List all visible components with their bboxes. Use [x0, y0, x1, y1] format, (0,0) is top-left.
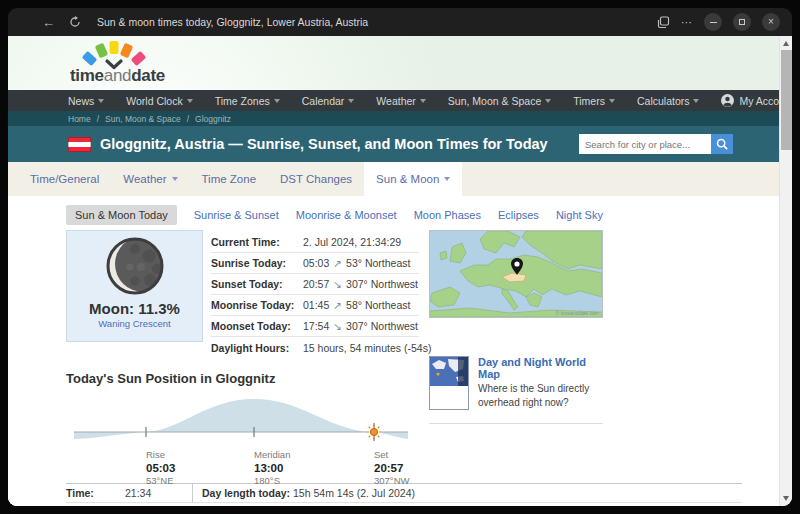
tab-sun-moon[interactable]: Sun & Moon — [364, 162, 462, 196]
day-length-value: 15h 54m 14s (2. Jul 2024) — [293, 487, 415, 499]
nav-calculators[interactable]: Calculators — [637, 95, 700, 107]
row-bearing: 58° Northeast — [346, 299, 410, 311]
user-icon — [721, 94, 734, 107]
clipped-row — [66, 502, 742, 506]
subtab-night-sky[interactable]: Night Sky — [556, 209, 603, 221]
breadcrumb-sep: / — [97, 114, 99, 124]
minimize-button[interactable] — [704, 13, 722, 31]
table-row: Moonset Today:17:54↘307° Northwest — [211, 316, 419, 337]
table-row: Moonrise Today:01:45↗58° Northeast — [211, 295, 419, 316]
nav-world-clock[interactable]: World Clock — [126, 95, 192, 107]
map-credit: © timeanddate.com — [556, 310, 599, 316]
back-icon[interactable]: ← — [42, 15, 55, 30]
search-input[interactable] — [579, 134, 711, 154]
subtab-moon-phases[interactable]: Moon Phases — [414, 209, 481, 221]
row-label: Moonrise Today: — [211, 299, 303, 311]
chevron-down-icon — [444, 177, 450, 181]
browser-titlebar: ← Sun & moon times today, Gloggnitz, Low… — [8, 8, 792, 36]
main-navbar: News World Clock Time Zones Calendar Wea… — [8, 90, 779, 111]
today-overview-row: Moon: 11.3% Waning Crescent Current Time… — [66, 230, 779, 358]
point-name: Set — [374, 449, 409, 461]
nav-news[interactable]: News — [68, 95, 104, 107]
row-time: 17:54 — [303, 320, 329, 332]
row-bearing: 53° Northeast — [346, 257, 410, 269]
nav-weather[interactable]: Weather — [376, 95, 426, 107]
chevron-down-icon — [348, 99, 354, 103]
point-time: 05:03 — [146, 461, 175, 475]
nav-label: World Clock — [126, 95, 182, 107]
point-name: Rise — [146, 449, 175, 461]
sun-disc — [370, 428, 377, 435]
chevron-down-icon — [98, 99, 104, 103]
tab-dst-changes[interactable]: DST Changes — [268, 162, 364, 196]
point-time: 13:00 — [254, 461, 290, 475]
subtab-moonrise-moonset[interactable]: Moonrise & Moonset — [296, 209, 397, 221]
point-direction: 180°S — [254, 475, 290, 487]
breadcrumb-sun-moon-space[interactable]: Sun, Moon & Space — [105, 114, 181, 124]
sun-position-heading: Today's Sun Position in Gloggnitz — [66, 371, 779, 386]
nav-time-zones[interactable]: Time Zones — [215, 95, 280, 107]
tab-label: DST Changes — [280, 173, 352, 185]
nav-label: Calculators — [637, 95, 690, 107]
scroll-down-icon[interactable] — [783, 496, 789, 501]
sun-position-labels: Rise 05:03 53°NE Meridian 13:00 180°S Se… — [74, 446, 408, 480]
moon-illumination: Moon: 11.3% — [67, 300, 202, 317]
site-search — [579, 134, 733, 154]
nav-timers[interactable]: Timers — [573, 95, 615, 107]
sun-moon-table: Current Time:2. Jul 2024, 21:34:29 Sunri… — [211, 232, 419, 358]
my-account-label: My Account — [739, 95, 779, 107]
chevron-down-icon — [693, 99, 699, 103]
reload-icon[interactable] — [69, 16, 81, 28]
scrollbar-thumb[interactable] — [781, 50, 792, 150]
scroll-up-icon[interactable] — [783, 41, 789, 46]
tab-label: Time Zone — [202, 173, 257, 185]
table-row: Sunrise Today:05:03↗53° Northeast — [211, 253, 419, 274]
maximize-button[interactable] — [733, 13, 751, 31]
timeanddate-logo[interactable]: timeanddate — [70, 40, 165, 86]
row-value: 20:57↘307° Northwest — [303, 278, 418, 290]
row-label: Current Time: — [211, 236, 303, 248]
my-account-menu[interactable]: My Account — [721, 94, 779, 107]
page-title-bar: Sun & moon times today, Gloggnitz, Lower… — [97, 16, 368, 28]
moon-phase-link[interactable]: Waning Crescent — [67, 318, 202, 329]
browser-viewport: timeanddate News World Clock Time Zones … — [8, 36, 792, 506]
day-night-map-thumbnail[interactable] — [429, 356, 469, 410]
sun-moon-subtabs: Sun & Moon Today Sunrise & Sunset Moonri… — [66, 196, 779, 225]
breadcrumb-gloggnitz: Gloggnitz — [195, 114, 231, 124]
tab-time-zone[interactable]: Time Zone — [190, 162, 269, 196]
tab-time-general[interactable]: Time/General — [18, 162, 111, 196]
subtab-eclipses[interactable]: Eclipses — [498, 209, 539, 221]
nav-label: News — [68, 95, 94, 107]
breadcrumb-home[interactable]: Home — [68, 114, 91, 124]
set-arrow-icon: ↘ — [333, 320, 342, 332]
row-label: Sunset Today: — [211, 278, 303, 290]
subtab-sunrise-sunset[interactable]: Sunrise & Sunset — [194, 209, 279, 221]
chevron-down-icon — [420, 99, 426, 103]
day-night-map-link[interactable]: Day and Night World Map — [478, 356, 603, 380]
tab-overview-icon[interactable] — [657, 16, 670, 29]
main-content: Sun & Moon Today Sunrise & Sunset Moonri… — [8, 196, 779, 506]
table-row: Daylight Hours:15 hours, 54 minutes (-54… — [211, 337, 419, 358]
tab-label: Weather — [123, 173, 166, 185]
maximize-icon — [739, 19, 745, 25]
divider — [429, 423, 603, 424]
chevron-down-icon — [172, 177, 178, 181]
table-row: Current Time:2. Jul 2024, 21:34:29 — [211, 232, 419, 253]
day-length-label: Day length today: — [202, 487, 290, 499]
tab-weather[interactable]: Weather — [111, 162, 189, 196]
rise-label-block: Rise 05:03 53°NE — [146, 449, 175, 487]
row-value: 17:54↘307° Northwest — [303, 320, 418, 332]
breadcrumb-sep: / — [187, 114, 189, 124]
location-map[interactable]: © timeanddate.com — [429, 230, 603, 318]
browser-menu-icon[interactable]: ⋯ — [681, 16, 693, 29]
logo-time: time — [70, 66, 104, 85]
close-button[interactable]: × — [762, 13, 780, 31]
nav-sun-moon-space[interactable]: Sun, Moon & Space — [448, 95, 551, 107]
subtab-sun-moon-today[interactable]: Sun & Moon Today — [66, 205, 177, 225]
search-button[interactable] — [711, 134, 733, 154]
tab-label: Time/General — [30, 173, 99, 185]
nav-calendar[interactable]: Calendar — [302, 95, 355, 107]
moon-phase-image — [105, 236, 165, 296]
row-time: 05:03 — [303, 257, 329, 269]
page-scrollbar[interactable] — [779, 36, 792, 506]
